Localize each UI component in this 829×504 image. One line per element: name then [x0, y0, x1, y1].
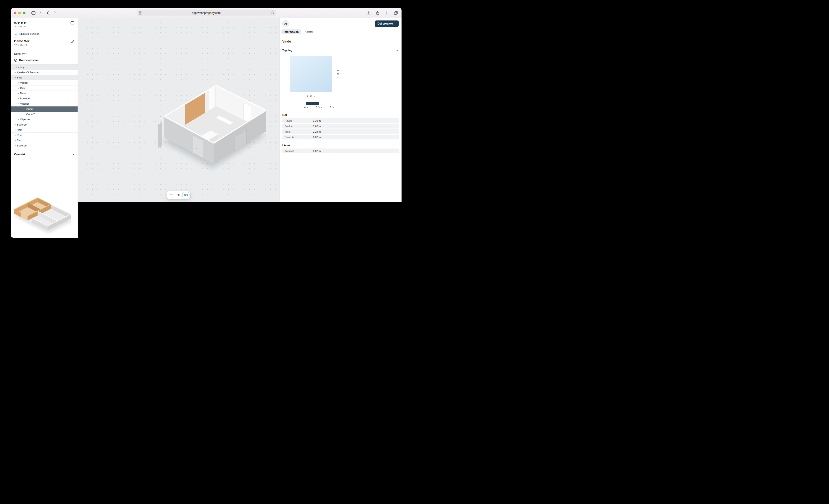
- tree-item-dorer[interactable]: Dører: [11, 91, 78, 96]
- zoom-window-button[interactable]: [23, 11, 26, 14]
- share-project-button[interactable]: Del prosjekt: [375, 21, 399, 27]
- tab-overview-icon[interactable]: [393, 10, 399, 16]
- toggle-3d-button[interactable]: 3D: [182, 192, 189, 198]
- back-link-label: Tilbake til oversikt: [19, 33, 39, 35]
- tree-item-vegger[interactable]: Vegger: [11, 80, 78, 85]
- floorplan-thumbnail[interactable]: [11, 158, 78, 238]
- share-icon[interactable]: [375, 10, 381, 16]
- tree-item-label: Dører: [20, 92, 27, 95]
- back-to-overview-link[interactable]: ← Tilbake til oversikt: [14, 32, 74, 36]
- forward-button[interactable]: [52, 10, 58, 16]
- tree-item-label: 1. etasje: [15, 66, 25, 68]
- window-glass-shape: [290, 56, 332, 92]
- tree-item-label: Objekter: [20, 118, 30, 121]
- property-value: 6,02 m: [313, 150, 321, 152]
- height-dimension-label: 1.39 m: [336, 56, 339, 92]
- tree-item-apninger[interactable]: Åpninger: [11, 96, 78, 101]
- property-row-hoyde: Høyde 1,39 m: [282, 118, 399, 123]
- tree-item-objekter[interactable]: Objekter: [11, 117, 78, 122]
- project-section-label: Demo WP: [14, 52, 74, 56]
- downloads-icon[interactable]: [366, 10, 371, 16]
- address-bar[interactable]: app.wennproperty.com: [137, 9, 276, 16]
- tree-item-label: Bad: [17, 139, 22, 142]
- room-scan-item[interactable]: Rom med scan: [14, 59, 74, 62]
- new-tab-icon[interactable]: [384, 10, 390, 16]
- property-value: 2,25 m: [313, 130, 321, 133]
- 3d-viewport[interactable]: 2D 3D: [78, 18, 279, 202]
- avatar[interactable]: OB: [282, 20, 289, 27]
- back-button[interactable]: [45, 10, 50, 16]
- tree-item-kjokken-spisestue[interactable]: Kjøkken/Spisestue: [11, 70, 78, 75]
- chevron-right-icon: [17, 81, 20, 84]
- chevron-right-icon: [14, 71, 17, 74]
- logo-brand-text: wenn: [14, 21, 27, 25]
- width-dimension-label: 1.62 m: [290, 95, 332, 98]
- drawing-section-label: Tegning: [282, 49, 292, 51]
- tree-item-gulv[interactable]: Gulv: [11, 85, 78, 91]
- page-icon: [139, 11, 142, 14]
- toggle-2d-button[interactable]: 2D: [175, 192, 182, 198]
- chevron-down-icon: [396, 49, 398, 51]
- tree-item-rom-2[interactable]: Rom: [11, 133, 78, 138]
- logo-sub-text: property: [14, 26, 27, 27]
- tree-item-label: Soverom: [17, 123, 27, 126]
- selected-object-title: Vindu: [280, 37, 401, 46]
- project-address: 1234 Ukjent: [14, 44, 30, 46]
- share-project-label: Del prosjekt: [377, 22, 393, 25]
- tree-item-soverom-2[interactable]: Soverom: [11, 143, 78, 148]
- properties-panel: OB Del prosjekt Informasjon Notater Vind…: [279, 18, 401, 202]
- scale-label-1: 1 m: [330, 106, 334, 108]
- chevron-down-icon: [72, 153, 74, 155]
- chevron-down-icon: [395, 23, 396, 24]
- property-row-omkrets: Omkrets 6,02 m: [282, 135, 399, 139]
- chevron-down-icon[interactable]: [38, 10, 41, 16]
- property-label: Karmlist: [285, 150, 313, 152]
- sidebar: wenn property ← Tilbake til oversikt Dem…: [11, 18, 78, 238]
- traffic-lights: [14, 11, 26, 14]
- chevron-right-icon: [17, 97, 20, 100]
- scale-label-0: 0 m: [304, 106, 308, 108]
- tab-informasjon[interactable]: Informasjon: [281, 29, 301, 34]
- chevron-down-icon: [14, 76, 17, 79]
- tree-item-vinduer[interactable]: Vinduer: [11, 101, 78, 106]
- tree-item-rom-1[interactable]: Rom: [11, 128, 78, 133]
- group-title-dor: Dør: [280, 110, 401, 118]
- 3d-room-model[interactable]: [157, 79, 271, 188]
- height-dimension-line: [335, 56, 335, 92]
- scale-bar: [306, 102, 332, 105]
- tree-item-bad[interactable]: Bad: [11, 138, 78, 143]
- tree-item-label: Rom: [17, 129, 22, 131]
- tab-notater[interactable]: Notater: [302, 29, 316, 34]
- chevron-right-icon: [14, 144, 17, 147]
- panel-tabs: Informasjon Notater: [280, 28, 401, 37]
- sidebar-collapse-icon[interactable]: [71, 21, 74, 25]
- overview-section-header[interactable]: Oversikt: [11, 150, 78, 158]
- tree-item-vindu-1[interactable]: Vindu 1: [11, 106, 78, 112]
- tree-item-label: Soverom: [17, 144, 27, 147]
- tree-item-stue[interactable]: Stue: [11, 75, 78, 80]
- browser-titlebar: app.wennproperty.com: [11, 8, 401, 18]
- browser-sidebar-toggle-icon[interactable]: [31, 10, 36, 16]
- tree-item-vindu-2[interactable]: Vindu 2: [11, 112, 78, 117]
- edit-pencil-icon[interactable]: [71, 40, 74, 43]
- url-text: app.wennproperty.com: [137, 11, 276, 14]
- view-mode-toggle: 2D 3D: [167, 191, 190, 199]
- layers-list-icon[interactable]: [168, 192, 174, 198]
- tree-item-soverom-1[interactable]: Soverom: [11, 122, 78, 128]
- project-name: Demo WP: [14, 39, 30, 43]
- property-value: 6,02 m: [313, 136, 321, 139]
- close-window-button[interactable]: [14, 11, 16, 14]
- minimize-window-button[interactable]: [18, 11, 21, 14]
- drawing-section-header[interactable]: Tegning: [280, 46, 401, 52]
- property-value: 1,39 m: [313, 119, 321, 122]
- property-row-bredde: Bredde 1,62 m: [282, 124, 399, 129]
- tree-item-1-etasje[interactable]: 1. etasje: [11, 65, 78, 70]
- chevron-right-icon: [14, 139, 17, 142]
- reload-icon[interactable]: [271, 11, 274, 14]
- tree-item-label: Vinduer: [20, 102, 29, 105]
- property-label: Høyde: [285, 119, 313, 122]
- window-drawing: 1.39 m 1.62 m: [282, 54, 399, 100]
- tree-item-label: Vindu 2: [26, 113, 35, 115]
- cube-icon: [14, 59, 17, 62]
- tree-item-label: Vindu 1: [26, 108, 35, 110]
